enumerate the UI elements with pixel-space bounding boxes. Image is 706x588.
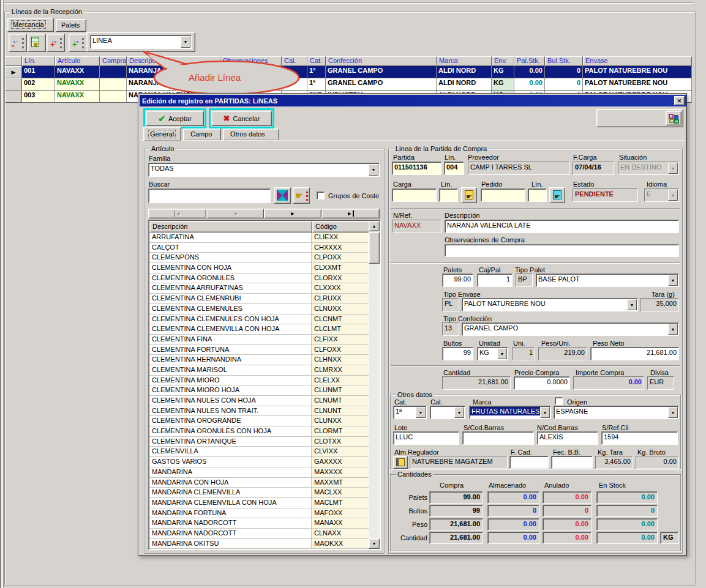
tipo-envase-combobox[interactable]: PALOT NATUREBRE NOU ▼ bbox=[462, 298, 638, 311]
grid-header-palstk[interactable]: Pal.Stk. bbox=[514, 56, 545, 66]
grid-header-confeccion[interactable]: Confección bbox=[326, 56, 437, 66]
article-list-item[interactable]: CLEMENTINA ORONULES CLORXX bbox=[149, 274, 369, 284]
article-list-item[interactable]: ARRUFATINA CLIEXX bbox=[149, 233, 369, 243]
cell-env[interactable]: KG bbox=[492, 78, 514, 91]
buscar-input[interactable] bbox=[148, 188, 271, 203]
article-list-item[interactable]: CLEMENTINA MIORO HOJA CLUNMT bbox=[149, 385, 369, 396]
article-list-item[interactable]: CLEMENTINA NULES CON HOJA CLNUMT bbox=[149, 396, 369, 406]
grid-config-button[interactable] bbox=[666, 111, 682, 125]
carga-lookup-button[interactable]: ☛ bbox=[461, 187, 477, 203]
article-list-item[interactable]: CLEMENTINA OROGRANDE CLUNXX bbox=[149, 416, 369, 426]
cell-lin[interactable]: 002 bbox=[22, 78, 55, 91]
scod-input[interactable] bbox=[462, 431, 534, 445]
nav-last-button[interactable]: ► bbox=[321, 209, 380, 218]
article-list-item[interactable]: CLEMENTINA CLEMENULES CON HOJA CLCNMT bbox=[149, 314, 369, 325]
cell-articulo[interactable]: NAVAXX bbox=[55, 66, 100, 78]
cajpal-input[interactable]: 1 bbox=[477, 274, 513, 287]
article-list-item[interactable]: GASTOS VARIOS GAXXXX bbox=[149, 457, 369, 467]
article-list-item[interactable]: CLEMENTINA FORTUNA CLFOXX bbox=[149, 345, 369, 355]
cancel-button[interactable]: ✖ Cancelar bbox=[211, 111, 272, 126]
fecbb-input[interactable] bbox=[551, 456, 593, 469]
ncod-input[interactable]: ALEXIS bbox=[537, 431, 598, 445]
marca-combobox[interactable]: FRUTAS NATURALES ▼ bbox=[469, 406, 551, 419]
srefcli-input[interactable]: 1594 bbox=[601, 431, 678, 445]
article-list-item[interactable]: CLEMENTINA HERNANDINA CLHNXX bbox=[149, 355, 369, 365]
edit-line-button[interactable]: ☛ bbox=[28, 34, 46, 52]
grid-header-bulstk[interactable]: Bul.Stk. bbox=[545, 56, 583, 66]
cell-bulstk[interactable]: 0 bbox=[545, 66, 583, 78]
dropdown-icon[interactable]: ▼ bbox=[369, 164, 378, 176]
grupos-coste-checkbox[interactable] bbox=[317, 192, 325, 199]
add-line-button[interactable]: → + bbox=[69, 34, 87, 52]
dialog-tab-campo[interactable]: Campo bbox=[183, 128, 221, 141]
dialog-tab-general[interactable]: General bbox=[143, 127, 181, 141]
article-list-item[interactable]: CLEMENTINA ORONULES CON HOJA CLORMT bbox=[149, 426, 369, 437]
list-header-descripcion[interactable]: Descripción bbox=[149, 221, 312, 233]
nav-next-button[interactable]: ► bbox=[264, 209, 321, 218]
unidad-combobox[interactable]: KG ▼ bbox=[477, 347, 508, 360]
alm-lookup-button[interactable] bbox=[393, 456, 408, 469]
article-list-item[interactable]: MANDARINA CLEMENVILLA MACLXX bbox=[149, 488, 369, 498]
dropdown-icon[interactable]: ▼ bbox=[540, 407, 550, 418]
origen-combobox[interactable]: ESPAGNE ▼ bbox=[554, 406, 679, 419]
grid-row-001[interactable]: ▶ 001 NAVAXX NARANJA VALENCIA LA 1ª GRAN… bbox=[5, 66, 692, 78]
familia-combobox[interactable]: TODAS ▼ bbox=[148, 163, 380, 177]
partida-lin-input[interactable]: 004 bbox=[444, 162, 464, 175]
bultos-input[interactable]: 99 bbox=[442, 347, 473, 360]
list-header-codigo[interactable]: Código bbox=[312, 221, 370, 233]
grid-header-marca[interactable]: Marca bbox=[437, 56, 492, 66]
dropdown-icon[interactable]: ▼ bbox=[668, 324, 678, 335]
article-list-item[interactable]: CLEMENVILLA CLVIXX bbox=[149, 447, 369, 457]
article-list-item[interactable]: CLEMENTINA CLEMENRUBI CLRUXX bbox=[149, 294, 369, 304]
article-list-item[interactable]: CLEMENTINA NULES NON TRAIT. CLNUNT bbox=[149, 406, 369, 417]
partida-input[interactable]: 011501136 bbox=[392, 162, 441, 175]
tab-mercancia[interactable]: Mercancia bbox=[7, 18, 54, 32]
scroll-up-button[interactable]: ▲ bbox=[369, 221, 380, 231]
cell-envase[interactable]: PALOT NATUREBRE NOU bbox=[583, 66, 692, 78]
cat-combobox[interactable]: 1ª ▼ bbox=[393, 406, 427, 419]
cell-palstk[interactable]: 0.00 bbox=[514, 78, 545, 91]
scroll-thumb[interactable] bbox=[369, 232, 380, 264]
article-list-item[interactable]: CLEMENTINA ARRUFATINAS CLXXXX bbox=[149, 283, 369, 294]
fcad-input[interactable] bbox=[509, 456, 549, 469]
dropdown-icon[interactable]: ▼ bbox=[668, 407, 678, 418]
dropdown-icon[interactable]: ▼ bbox=[627, 299, 637, 310]
article-list-item[interactable]: CLEMENTINA CLEMENVILLA CON HOJA CLCLMT bbox=[149, 324, 369, 335]
article-list-item[interactable]: MANDARINA FORTUNA MAFOXX bbox=[149, 508, 369, 519]
cell-lin[interactable]: 001 bbox=[22, 66, 55, 78]
insert-line-button[interactable]: → + bbox=[47, 34, 65, 52]
article-list-item[interactable]: CLEMENPONS CLPOXX bbox=[149, 253, 369, 263]
pesoneto-input[interactable]: 21,681.00 bbox=[590, 347, 679, 360]
origen-checkbox[interactable] bbox=[555, 397, 563, 405]
article-list-item[interactable]: MANDARINA NADORCOTT MANAXX bbox=[149, 518, 369, 529]
article-list-item[interactable]: CLEMENTINA MIORO CLELXX bbox=[149, 376, 369, 386]
pedido-lin-input[interactable] bbox=[528, 188, 547, 202]
article-list-item[interactable]: CALÇOT CHXXXX bbox=[149, 243, 369, 253]
goto-article-button[interactable]: ☛ bbox=[293, 187, 310, 204]
tipo-palet-combobox[interactable]: BASE PALOT ▼ bbox=[536, 274, 679, 287]
carga-lin-input[interactable] bbox=[439, 188, 458, 202]
tipo-confeccion-combobox[interactable]: GRANEL CAMPO ▼ bbox=[462, 322, 679, 336]
accept-button[interactable]: ✔ Aceptar bbox=[146, 111, 204, 126]
article-list-item[interactable]: CLEMENTINA FINA CLFIXX bbox=[149, 335, 369, 345]
dialog-close-button[interactable]: ✕ bbox=[674, 96, 685, 105]
dropdown-icon[interactable]: ▼ bbox=[454, 407, 464, 418]
row-selector-cell[interactable] bbox=[5, 91, 22, 103]
cell-articulo[interactable]: NAVAXX bbox=[55, 91, 100, 103]
cell-lin[interactable]: 003 bbox=[22, 91, 55, 103]
scroll-down-button[interactable]: ▼ bbox=[369, 538, 380, 549]
tab-palets[interactable]: Palets bbox=[56, 19, 86, 32]
grid-header-lin[interactable]: Lín. bbox=[22, 56, 55, 66]
cell-env[interactable]: KG bbox=[492, 66, 514, 78]
dropdown-icon[interactable]: ▼ bbox=[668, 275, 678, 286]
article-list-item[interactable]: CLEMENTINA CON HOJA CLXXMT bbox=[149, 263, 369, 274]
article-list-item[interactable]: CLEMENTINA ORTANIQUE CLOTXX bbox=[149, 437, 369, 447]
palets-input[interactable]: 99.00 bbox=[442, 274, 473, 287]
grid-header-envase[interactable]: Envase bbox=[583, 56, 692, 66]
precio-input[interactable]: 0.0000 bbox=[514, 376, 570, 390]
article-list-item[interactable]: CLEMENTINA CLEMENULES CLNUXX bbox=[149, 304, 369, 314]
article-list-item[interactable]: MANDARINA MAXXXX bbox=[149, 467, 369, 478]
cell-articulo[interactable]: NAVAXX bbox=[55, 78, 100, 91]
carga-input[interactable] bbox=[392, 188, 437, 202]
article-list-item[interactable]: MANDARINA CLEMENVILLA CON HOJA MACLMT bbox=[149, 498, 369, 508]
